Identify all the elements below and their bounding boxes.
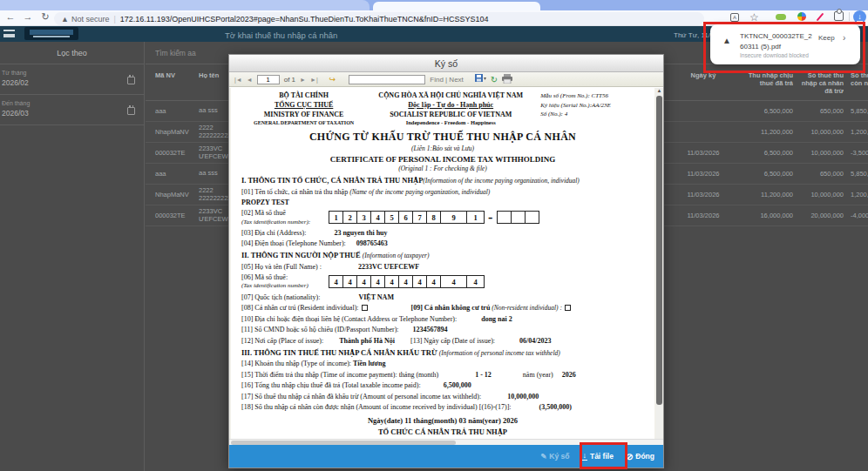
cell-so-thue: 10,000,000 [793, 149, 844, 157]
cell-ma-nv: 000032TE [155, 212, 199, 219]
annotation-box-notification [703, 22, 865, 73]
first-page-icon[interactable]: |◄ [234, 77, 242, 83]
cell-so-thue: 10,000,000 [793, 128, 844, 136]
sign-button[interactable]: ✎ Ký số [540, 452, 569, 461]
browser-tab-active[interactable] [373, 2, 540, 10]
cell-ngay-ky: 11/03/2026 [669, 170, 737, 178]
sign-dialog: Ký số |◄ ◄ of 1 ► ►| ↪ Find | Next ↻ [228, 54, 664, 468]
pdf-header-center: CỘNG HÒA XÃ HỘI CHỦ NGHĨA VIỆT NAM Độc l… [366, 91, 535, 127]
menu-hamburger-icon[interactable] [3, 30, 15, 37]
reload-icon[interactable]: ↻ [38, 11, 52, 23]
prev-page-icon[interactable]: ◄ [247, 77, 253, 83]
cell-ngay-ky: 11/03/2026 [669, 149, 737, 157]
from-month-value[interactable]: 2026/02 [2, 78, 137, 87]
browser-tab-inactive[interactable] [0, 0, 370, 10]
pdf-header-left: BỘ TÀI CHÍNH TỔNG CỤC THUẾ MINISTRY OF F… [241, 91, 366, 127]
filter-title: Lọc theo [0, 42, 144, 64]
cell-ma-nv: aaa [155, 170, 199, 178]
cell-ngay-ky: 11/03/2026 [669, 212, 737, 219]
export-icon[interactable] [475, 74, 486, 85]
address-bar[interactable]: ▲ Not secure | 172.16.11.193/OpenUIHCSPo… [54, 12, 704, 25]
col-header-so-thue[interactable]: Số thuế thu nhập cá nhân đã trừ [793, 71, 844, 95]
app-logo [24, 27, 78, 40]
cell-thu-nhap: 6,500,000 [737, 149, 793, 157]
cell-con-nhan: 5,850,000 [844, 107, 868, 115]
cell-so-thue: 20,000,000 [793, 212, 844, 219]
cell-thu-nhap: 16,000,000 [737, 212, 793, 219]
cell-con-nhan: -3,500,000 [844, 149, 868, 157]
to-month-field[interactable]: Đến tháng 2026/03 [0, 95, 144, 125]
pdf-field-04: [04] Điện thoại (Telephone Number): 0987… [241, 239, 644, 247]
pdf-field-05: [05] Họ và tên (Full Name) : 2233VC ƯEFC… [241, 263, 644, 271]
pdf-field-03: [03] Địa chỉ (Address): 23 nguyen thi hu… [241, 229, 644, 237]
col-header-thu-nhap[interactable]: Thu nhập chịu thuế đã trả [737, 71, 793, 95]
pdf-date-line: Ngày(date) 11 tháng(month) 03 năm(year) … [241, 416, 644, 425]
pdf-copy-note-en: (Original 1 : For checking & file) [241, 165, 644, 172]
to-month-value[interactable]: 2026/03 [2, 109, 137, 118]
col-header-con-nhan[interactable]: Số thu nhập cá nhân còn nhận [844, 71, 868, 95]
page-title: Tờ khai thuế thu nhập cá nhân [225, 30, 337, 40]
annotation-box-download-button [580, 442, 627, 469]
extensions-puzzle-icon[interactable] [834, 11, 844, 21]
pdf-field-01: [01] Tên tổ chức, cá nhân trả thu nhập (… [241, 188, 644, 196]
pdf-signer-title: TỔ CHỨC CÁ NHÂN TRẢ THU NHẬP [241, 427, 644, 436]
report-viewer-toolbar: |◄ ◄ of 1 ► ►| ↪ Find | Next ↻ [229, 72, 663, 87]
pdf-field-16: [16] Tổng thu nhập chịu thuế đã trả (Tot… [241, 381, 644, 389]
back-icon[interactable]: ← [3, 11, 17, 22]
from-month-label: Từ tháng [2, 70, 137, 76]
cell-thu-nhap: 11,200,000 [737, 128, 793, 136]
to-month-label: Đến tháng [2, 100, 137, 106]
pdf-section-3: III. THÔNG TIN THUẾ THU NHẬP CÁ NHÂN KHẤ… [241, 348, 644, 357]
scroll-up-icon[interactable]: ▲ [656, 88, 662, 93]
non-resident-checkbox [565, 305, 571, 311]
cell-ma-nv: aaa [155, 107, 199, 115]
cell-so-thue: 650,000 [793, 107, 844, 115]
pdf-viewer: BỘ TÀI CHÍNH TỔNG CỤC THUẾ MINISTRY OF F… [229, 88, 663, 439]
calendar-icon[interactable] [127, 107, 135, 115]
last-page-icon[interactable]: ►| [310, 77, 318, 83]
next-page-icon[interactable]: ► [300, 77, 306, 83]
extension-green-icon[interactable] [776, 14, 786, 20]
dialog-title: Ký số [229, 55, 663, 72]
close-button[interactable]: ⊘ Đóng [626, 452, 654, 461]
pdf-field-17: [17] Số thuế thu nhập cá nhân đã khấu tr… [241, 393, 644, 400]
cell-ma-nv: NhapMaNV [155, 128, 199, 136]
col-header-ma-nv[interactable]: Mã NV [155, 71, 199, 95]
cell-con-nhan: 1,200,000 [844, 191, 868, 198]
pdf-field-01-value: PROPZY TEST [241, 198, 644, 206]
address-separator: | [113, 15, 115, 24]
cell-thu-nhap: 6,500,000 [737, 107, 793, 115]
pdf-vertical-scrollbar[interactable]: ▲ [656, 88, 662, 439]
page-count-label: of 1 [284, 76, 295, 84]
from-month-field[interactable]: Từ tháng 2026/02 [0, 64, 144, 95]
cell-con-nhan: -4,000,000 [844, 212, 868, 219]
pdf-field-12-13: [12] Nơi cấp (Place of issue): Thành phố… [241, 337, 644, 345]
parent-report-icon[interactable]: ↪ [329, 75, 336, 84]
pdf-header-right: Mẫu số (From No.): CTT56 Ký hiệu (Serial… [535, 91, 644, 127]
find-next-label[interactable]: Find | Next [430, 76, 464, 84]
find-text-input[interactable] [349, 75, 425, 84]
page-number-input[interactable] [257, 75, 280, 84]
cell-con-nhan: 5,850,000 [844, 170, 868, 178]
pdf-field-02: [02] Mã số thuế(Tax identification numbe… [241, 209, 644, 225]
pdf-title: CHỨNG TỪ KHẤU TRỪ THUẾ THU NHẬP CÁ NHÂN [241, 131, 644, 144]
pen-icon: ✎ [540, 452, 546, 461]
cell-ngay-ky: 11/03/2026 [669, 191, 737, 198]
print-icon[interactable] [502, 74, 512, 85]
pdf-section-1: I. THÔNG TIN TỔ CHỨC, CÁ NHÂN TRẢ THU NH… [241, 176, 644, 185]
not-secure-warning-icon: ▲ [61, 15, 69, 24]
translate-icon[interactable]: A [730, 11, 739, 22]
refresh-icon[interactable]: ↻ [491, 75, 498, 84]
scrollbar-thumb[interactable] [656, 96, 662, 405]
pdf-title-en: CERTIFICATE OF PERSONAL INCOME TAX WITHH… [241, 155, 644, 164]
pdf-field-06: [06] Mã số thuế:(Tax identification numb… [241, 273, 644, 290]
page-url: 172.16.11.193/OpenUIHCSPortal2023#page=N… [120, 15, 489, 24]
pdf-field-08-09: [08] Cá nhân cư trú (Resident individual… [241, 304, 644, 312]
screen: ← → ↻ ▲ Not secure | 172.16.11.193/OpenU… [0, 0, 868, 471]
cell-ma-nv: 000032TE [155, 149, 199, 157]
calendar-icon[interactable] [127, 77, 135, 84]
pdf-field-10: [10] Địa chỉ hoặc điện thoại liên hệ (Co… [241, 315, 644, 323]
col-header-ngay-ky[interactable]: Ngày ký [669, 71, 737, 95]
extension-round-icon[interactable] [797, 12, 806, 21]
forward-icon[interactable]: → [21, 11, 35, 22]
